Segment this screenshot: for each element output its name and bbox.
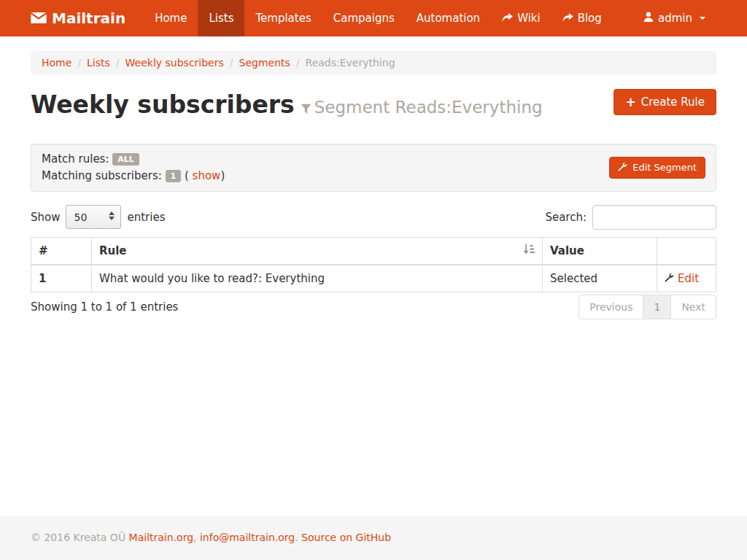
column-header-num[interactable]: #	[31, 237, 92, 265]
show-entries-label: Show	[31, 211, 60, 224]
segment-summary-panel: Match rules: ALL Matching subscribers: 1…	[31, 144, 716, 192]
page-title-text: Weekly subscribers	[31, 90, 295, 119]
user-menu[interactable]: admin	[632, 0, 716, 36]
rule-header-label: Rule	[99, 244, 127, 257]
nav-label: Blog	[578, 12, 602, 25]
nav-label: Templates	[255, 12, 311, 25]
nav-label: Wiki	[517, 12, 541, 25]
footer-sep2: .	[295, 532, 298, 543]
breadcrumb-home[interactable]: Home	[42, 57, 71, 69]
nav-item-templates[interactable]: Templates	[244, 0, 322, 36]
chevron-down-icon	[700, 17, 705, 20]
page-size-value: 50	[74, 211, 87, 223]
show-subscribers-link[interactable]: show	[193, 169, 221, 182]
copyright-text: © 2016 Kreata OÜ	[31, 532, 125, 543]
top-navbar: Mailtrain Home Lists Templates Campaigns…	[0, 0, 747, 36]
edit-segment-label: Edit Segment	[632, 162, 697, 173]
matching-subscribers-label: Matching subscribers:	[42, 169, 162, 182]
user-label: admin	[658, 12, 692, 25]
nav-item-blog[interactable]: Blog	[551, 0, 613, 36]
wrench-icon	[665, 272, 674, 285]
pagination-next[interactable]: Next	[670, 295, 716, 319]
create-rule-button[interactable]: + Create Rule	[614, 89, 716, 115]
search-label: Search:	[545, 211, 587, 224]
page-subtitle-text: Segment Reads:Everything	[314, 98, 543, 117]
nav-item-lists[interactable]: Lists	[198, 0, 244, 36]
edit-rule-link[interactable]: Edit	[678, 272, 699, 285]
rules-table: # Rule	[31, 237, 716, 292]
envelope-icon	[31, 9, 47, 27]
rule-number-cell: 1	[31, 265, 92, 292]
plus-icon: +	[625, 96, 635, 109]
wrench-icon	[618, 162, 627, 174]
nav-label: Lists	[209, 12, 233, 25]
nav-item-home[interactable]: Home	[144, 0, 198, 36]
nav-item-automation[interactable]: Automation	[406, 0, 491, 36]
show-prefix: (	[185, 169, 193, 182]
footer-sep1: ,	[193, 532, 196, 543]
breadcrumb-weekly-subscribers[interactable]: Weekly subscribers	[125, 57, 224, 69]
pagination-page-1[interactable]: 1	[643, 295, 671, 319]
column-header-rule[interactable]: Rule	[92, 237, 543, 265]
share-arrow-icon	[562, 12, 573, 25]
main-nav: Home Lists Templates Campaigns Automatio…	[144, 0, 613, 36]
breadcrumb-segments[interactable]: Segments	[239, 57, 290, 69]
pagination: Previous 1 Next	[578, 295, 716, 319]
github-source-link[interactable]: Source on GitHub	[301, 532, 391, 543]
page-footer: © 2016 Kreata OÜ Mailtrain.org, info@mai…	[0, 516, 747, 560]
nav-item-wiki[interactable]: Wiki	[491, 0, 551, 36]
create-rule-label: Create Rule	[641, 96, 705, 109]
breadcrumb-current: Reads:Everything	[306, 57, 395, 69]
share-arrow-icon	[502, 12, 513, 25]
rule-value-cell: Selected	[543, 265, 657, 292]
sort-icon[interactable]	[523, 244, 535, 257]
page-subtitle: Segment Reads:Everything	[301, 98, 543, 117]
match-mode-badge: ALL	[112, 153, 139, 166]
entries-summary: Showing 1 to 1 of 1 entries	[31, 300, 178, 314]
filter-funnel-icon	[301, 94, 311, 123]
entries-label: entries	[127, 211, 165, 224]
column-header-actions	[657, 237, 716, 265]
search-input[interactable]	[592, 205, 716, 230]
show-suffix: )	[220, 169, 225, 182]
mailtrain-org-link[interactable]: Mailtrain.org	[129, 532, 193, 543]
brand-label: Mailtrain	[52, 9, 125, 27]
rule-action-cell: Edit	[657, 265, 716, 292]
match-rules-label: Match rules:	[42, 152, 109, 166]
edit-segment-button[interactable]: Edit Segment	[609, 157, 705, 179]
select-arrows-icon	[109, 211, 115, 220]
nav-label: Campaigns	[333, 12, 395, 25]
breadcrumb: Home Lists Weekly subscribers Segments R…	[31, 51, 716, 74]
nav-item-campaigns[interactable]: Campaigns	[322, 0, 406, 36]
column-header-value[interactable]: Value	[543, 237, 657, 265]
nav-label: Automation	[417, 12, 480, 25]
page-size-select[interactable]: 50	[66, 205, 121, 229]
page-title: Weekly subscribersSegment Reads:Everythi…	[31, 90, 543, 123]
user-icon	[643, 12, 654, 25]
table-row: 1 What would you like to read?: Everythi…	[31, 265, 716, 292]
rule-text-cell: What would you like to read?: Everything	[92, 265, 543, 292]
matching-count-badge: 1	[166, 170, 182, 182]
nav-label: Home	[155, 12, 187, 25]
breadcrumb-lists[interactable]: Lists	[87, 57, 110, 69]
pagination-previous[interactable]: Previous	[578, 295, 643, 319]
brand-logo[interactable]: Mailtrain	[31, 0, 136, 36]
email-link[interactable]: info@mailtrain.org	[200, 532, 295, 543]
